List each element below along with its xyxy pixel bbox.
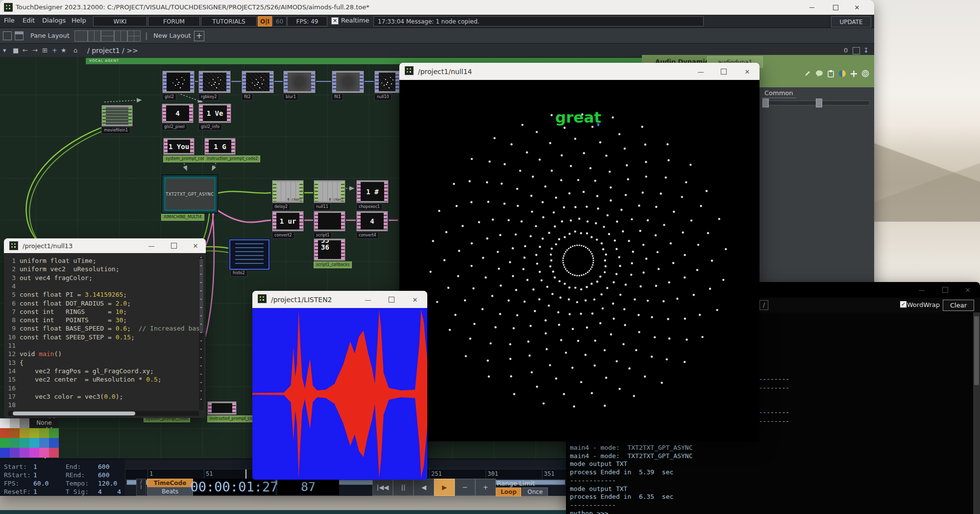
palette-swatch[interactable] bbox=[39, 438, 49, 448]
home-icon[interactable]: ⌂ bbox=[74, 47, 77, 54]
node-name-chip[interactable]: delay2 bbox=[272, 204, 290, 210]
node-name-chip[interactable]: convert2 bbox=[272, 232, 294, 239]
add-layout-button[interactable]: + bbox=[194, 31, 204, 41]
network-node-script1[interactable]: script1 bbox=[314, 211, 345, 231]
close-button[interactable]: ✕ bbox=[738, 66, 757, 77]
back-icon[interactable]: ← bbox=[23, 47, 28, 54]
tab-common[interactable]: Common bbox=[761, 88, 796, 98]
network-node-delay2[interactable]: 0 chan1delay2 bbox=[272, 180, 304, 203]
pane-grid-icon[interactable] bbox=[3, 31, 12, 40]
pause-button[interactable]: || bbox=[393, 479, 414, 496]
comment-icon[interactable] bbox=[815, 70, 823, 77]
slider-handle-left[interactable] bbox=[762, 99, 769, 107]
timeline-setting-value[interactable]: 120.0 bbox=[98, 480, 117, 487]
beats-mode-button[interactable]: Beats bbox=[147, 487, 193, 496]
forum-button[interactable]: FORUM bbox=[148, 16, 200, 26]
waveform-viewport[interactable] bbox=[252, 308, 427, 480]
code-editor[interactable]: 1uniform float uTime;2uniform vec2 uReso… bbox=[4, 253, 206, 418]
network-node-blur1[interactable]: blur1 bbox=[283, 71, 316, 93]
layout-vsplit-button[interactable] bbox=[88, 30, 101, 42]
network-node-null11[interactable]: 0 chan1null11 bbox=[314, 180, 345, 203]
add-icon[interactable]: + bbox=[52, 47, 57, 54]
palette-swatch[interactable] bbox=[29, 428, 39, 438]
wordwrap-checkbox[interactable]: ✓ bbox=[900, 301, 906, 308]
render-viewport[interactable]: great bbox=[399, 80, 760, 441]
node-name-chip[interactable]: instruction_prompt_code2 bbox=[204, 155, 260, 162]
palette-swatch[interactable] bbox=[20, 448, 29, 458]
timeline-settings[interactable]: Start:1End:600RStart:1REnd:600FPS:60.0Te… bbox=[0, 459, 125, 496]
plus-icon[interactable] bbox=[850, 70, 858, 77]
node-name-chip[interactable]: fit1 bbox=[332, 94, 343, 101]
playhead[interactable] bbox=[245, 469, 246, 479]
star-icon[interactable]: ★ bbox=[61, 47, 67, 54]
title-bar[interactable]: TouchDesigner 2023.12000: C:/PROJECT/VIS… bbox=[0, 0, 874, 15]
null14-titlebar[interactable]: /project1/null14 — ✕ bbox=[399, 63, 760, 80]
timeline-setting-value[interactable]: 60.0 bbox=[33, 480, 49, 487]
node-name-chip[interactable]: convert4 bbox=[356, 232, 379, 239]
node-name-chip[interactable]: glsl2 bbox=[162, 94, 176, 101]
stop-icon[interactable]: ■ bbox=[13, 47, 19, 54]
network-node-fit1[interactable]: fit1 bbox=[332, 71, 364, 93]
rewind-button[interactable]: |◀◀ bbox=[372, 479, 393, 496]
node-name-chip[interactable]: glsl2_pixel bbox=[162, 124, 187, 130]
layout-lsplit-button[interactable] bbox=[114, 30, 127, 42]
network-node-glsl2_pixel[interactable]: 4glsl2_pixel bbox=[162, 103, 194, 123]
node-name-chip[interactable]: script1_callbacks bbox=[314, 261, 352, 268]
network-node-instruction_prompt_code2[interactable]: 1 Ginstruction_prompt_code2 bbox=[204, 138, 236, 155]
node-name-chip[interactable]: glsl2_info bbox=[198, 124, 222, 130]
node-name-chip[interactable]: null11 bbox=[314, 204, 331, 210]
network-node-convert4[interactable]: 4convert4 bbox=[356, 211, 388, 231]
palette-swatch[interactable] bbox=[20, 438, 29, 448]
listen2-titlebar[interactable]: /project1/LISTEN2 — ✕ bbox=[252, 291, 427, 308]
node-name-chip[interactable]: null10 bbox=[374, 94, 392, 101]
layout-hsplit-button[interactable] bbox=[101, 30, 114, 42]
zoom-out-button[interactable]: − bbox=[455, 479, 475, 496]
maximize-button[interactable] bbox=[382, 294, 401, 306]
parameter-slider[interactable] bbox=[763, 101, 870, 105]
palette-swatch[interactable] bbox=[29, 448, 39, 458]
new-layout-label[interactable]: New Layout bbox=[153, 32, 191, 39]
tutorials-button[interactable]: TUTORIALS bbox=[201, 16, 257, 26]
grid-icon[interactable]: ⊞ bbox=[42, 47, 48, 54]
palette-swatch[interactable] bbox=[39, 428, 49, 438]
zoom-in-button[interactable]: + bbox=[475, 479, 496, 496]
clear-button[interactable]: Clear bbox=[943, 300, 974, 311]
palette-swatch[interactable] bbox=[10, 418, 20, 428]
network-node-rgbkey2[interactable]: rgbkey2 bbox=[198, 71, 231, 93]
timeline-setting-value[interactable]: 600 bbox=[98, 471, 109, 479]
palette-swatch[interactable] bbox=[10, 438, 20, 448]
network-node-fit2[interactable]: fit2 bbox=[242, 71, 274, 93]
close-button[interactable]: ✕ bbox=[186, 240, 205, 252]
pin-down-icon[interactable]: ↧ bbox=[863, 47, 869, 54]
node-name-chip[interactable]: script1 bbox=[314, 232, 332, 239]
palette-swatch[interactable] bbox=[29, 438, 39, 448]
code-vscrollbar[interactable] bbox=[199, 257, 204, 410]
palette-swatch[interactable] bbox=[10, 428, 20, 438]
layout-quad-button[interactable] bbox=[127, 30, 141, 42]
step-back-button[interactable]: ◀ bbox=[414, 479, 434, 496]
network-node-txt2txt[interactable]: TXT2TXT_GPT_ASYNC AIMACHINE_MULTI4 bbox=[162, 175, 218, 213]
python-icon[interactable] bbox=[838, 70, 846, 77]
pane-type-dropdown-icon[interactable]: ▾ bbox=[3, 47, 6, 54]
timecode-mode-box[interactable]: /I bbox=[136, 479, 146, 496]
wiki-button[interactable]: WIKI bbox=[93, 16, 147, 26]
palette-swatch[interactable] bbox=[20, 428, 29, 438]
network-node-instructed_prompt_code1[interactable]: instructed_prompt_code1 bbox=[207, 401, 237, 415]
menu-dialogs[interactable]: Dialogs bbox=[42, 17, 66, 24]
null13-titlebar[interactable]: /project1/null13 — ✕ bbox=[4, 238, 206, 253]
minimize-button[interactable]: — bbox=[912, 284, 931, 296]
node-name-chip[interactable]: blur1 bbox=[283, 94, 298, 101]
slider-handle[interactable] bbox=[816, 99, 822, 107]
palette-swatch[interactable] bbox=[49, 448, 59, 458]
close-button[interactable]: ✕ bbox=[406, 294, 424, 306]
forward-icon[interactable]: → bbox=[32, 47, 38, 54]
palette-swatch[interactable] bbox=[0, 418, 10, 428]
palette-none-button[interactable]: None bbox=[29, 418, 59, 427]
pane-split-icon[interactable] bbox=[15, 31, 24, 40]
node-name-chip[interactable]: moviefilein1 bbox=[101, 127, 130, 134]
maximize-button[interactable] bbox=[827, 1, 844, 13]
palette-swatch[interactable] bbox=[0, 428, 10, 438]
realtime-checkbox[interactable]: ✕ bbox=[331, 17, 339, 25]
timeline-setting-value[interactable]: 4 4 bbox=[98, 488, 121, 495]
frame-icon[interactable] bbox=[853, 47, 860, 54]
